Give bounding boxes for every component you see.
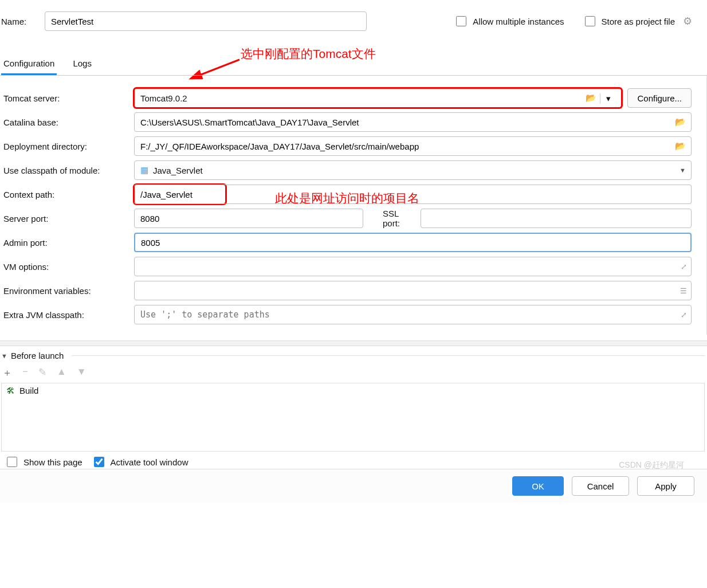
deployment-dir-input[interactable]: [134, 136, 692, 156]
allow-multiple-label: Allow multiple instances: [473, 17, 564, 26]
store-project-file-checkbox[interactable]: Store as project file: [583, 14, 675, 28]
name-label: Name:: [1, 17, 37, 26]
classpath-module-label: Use classpath of module:: [2, 166, 128, 175]
module-icon: ▦: [140, 165, 148, 175]
extra-jvm-label: Extra JVM classpath:: [2, 310, 128, 320]
hammer-icon: 🛠: [6, 386, 15, 395]
deployment-dir-label: Deployment directory:: [2, 142, 128, 151]
catalina-base-input[interactable]: [134, 112, 692, 132]
show-this-page-label: Show this page: [23, 457, 83, 467]
vm-options-label: VM options:: [2, 262, 128, 272]
move-up-button: ▲: [57, 366, 66, 379]
tomcat-server-dropdown-arrow[interactable]: ▾: [600, 93, 616, 104]
expand-icon[interactable]: ⤢: [681, 311, 687, 319]
env-vars-input[interactable]: [134, 281, 692, 300]
activate-tool-window-label: Activate tool window: [111, 457, 188, 467]
folder-icon[interactable]: 📂: [675, 141, 686, 151]
folder-icon[interactable]: 📂: [675, 117, 686, 127]
admin-port-label: Admin port:: [2, 238, 128, 248]
tomcat-server-select[interactable]: Tomcat9.0.2: [134, 88, 622, 108]
ok-button[interactable]: OK: [512, 476, 564, 496]
tomcat-server-value: Tomcat9.0.2: [140, 93, 187, 103]
admin-port-input[interactable]: [134, 233, 692, 252]
chevron-down-icon[interactable]: ▼: [679, 167, 686, 174]
env-vars-label: Environment variables:: [2, 286, 128, 296]
server-port-input[interactable]: [134, 209, 363, 228]
tomcat-server-label: Tomcat server:: [2, 93, 128, 103]
folder-icon[interactable]: 📂: [586, 93, 596, 103]
server-port-label: Server port:: [2, 214, 128, 224]
remove-button: −: [22, 366, 28, 379]
tab-configuration[interactable]: Configuration: [1, 54, 57, 75]
tab-logs[interactable]: Logs: [70, 54, 94, 73]
collapse-triangle-icon[interactable]: ▼: [1, 352, 7, 359]
store-project-file-label: Store as project file: [602, 17, 675, 26]
edit-button: ✎: [38, 366, 46, 379]
context-path-input-boxed[interactable]: [134, 185, 226, 204]
separator: [0, 340, 707, 346]
gear-icon[interactable]: ⚙: [683, 15, 692, 28]
watermark: CSDN @赶约星河: [619, 460, 684, 471]
extra-jvm-input[interactable]: [134, 305, 692, 324]
classpath-module-select[interactable]: ▦ Java_Servlet: [134, 160, 692, 180]
context-path-label: Context path:: [2, 190, 128, 199]
ssl-port-label: SSL port:: [369, 209, 415, 228]
apply-button[interactable]: Apply: [637, 476, 694, 496]
activate-tool-window-checkbox[interactable]: Activate tool window: [92, 455, 188, 469]
classpath-module-value: Java_Servlet: [153, 166, 203, 175]
list-item[interactable]: 🛠 Build: [2, 383, 704, 398]
cancel-button[interactable]: Cancel: [572, 476, 629, 496]
configure-button[interactable]: Configure...: [627, 88, 692, 108]
show-this-page-checkbox[interactable]: Show this page: [5, 455, 83, 469]
expand-icon[interactable]: ⤢: [681, 262, 687, 271]
add-button[interactable]: ＋: [2, 366, 12, 379]
list-item-label: Build: [19, 386, 38, 395]
ssl-port-input[interactable]: [421, 209, 692, 228]
move-down-button: ▼: [77, 366, 87, 379]
name-input[interactable]: [45, 11, 367, 31]
allow-multiple-checkbox[interactable]: Allow multiple instances: [454, 14, 564, 28]
vm-options-input[interactable]: [134, 257, 692, 276]
catalina-base-label: Catalina base:: [2, 117, 128, 127]
before-launch-list[interactable]: 🛠 Build: [1, 383, 705, 452]
before-launch-title: Before launch: [11, 351, 64, 360]
list-icon[interactable]: ☰: [680, 287, 687, 295]
